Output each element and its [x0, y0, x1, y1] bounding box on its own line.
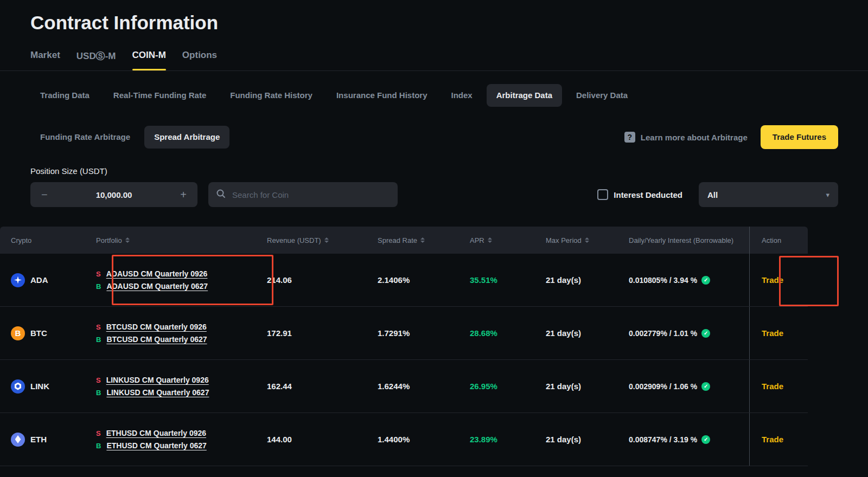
- eth-coin-icon: [11, 433, 25, 447]
- header-apr-label: APR: [470, 236, 484, 244]
- interest-value: 0.002909% / 1.06 %: [629, 382, 697, 391]
- tutorial-question-icon: ?: [624, 132, 635, 143]
- sell-badge: S: [96, 270, 101, 278]
- learn-more-label: Learn more about Arbitrage: [641, 133, 748, 142]
- check-circle-icon: ✓: [701, 276, 710, 285]
- buy-badge: B: [96, 282, 101, 291]
- subtab-trading-data[interactable]: Trading Data: [30, 84, 99, 107]
- crypto-name: LINK: [30, 382, 49, 391]
- header-revenue-label: Revenue (USDT): [267, 236, 321, 244]
- trade-futures-button[interactable]: Trade Futures: [761, 125, 838, 149]
- subtab-delivery-data[interactable]: Delivery Data: [566, 84, 637, 107]
- arbitrage-table: Crypto Portfolio Revenue (USDT) Spread R…: [0, 227, 808, 466]
- max-period-value: 21 day(s): [546, 360, 629, 412]
- tab-funding-rate-arbitrage[interactable]: Funding Rate Arbitrage: [30, 126, 140, 149]
- search-input[interactable]: [231, 190, 390, 200]
- subtab-funding-rate-history[interactable]: Funding Rate History: [220, 84, 322, 107]
- header-action: Action: [749, 227, 808, 254]
- position-size-stepper: − +: [30, 182, 197, 207]
- decrease-button[interactable]: −: [39, 189, 50, 200]
- check-circle-icon: ✓: [701, 382, 710, 391]
- learn-more-link[interactable]: ? Learn more about Arbitrage: [624, 132, 748, 143]
- max-period-value: 21 day(s): [546, 254, 629, 306]
- header-spread-rate: Spread Rate: [378, 227, 470, 254]
- table-row: LINK S LINKUSD CM Quarterly 0926 B LINKU…: [0, 360, 808, 413]
- coin-search-box: [208, 182, 398, 207]
- link-coin-icon: [11, 379, 25, 394]
- search-icon: [216, 189, 226, 201]
- increase-button[interactable]: +: [178, 189, 189, 200]
- interest-deducted-checkbox[interactable]: [597, 189, 608, 200]
- apr-value: 35.51%: [470, 254, 546, 306]
- trade-link[interactable]: Trade: [762, 435, 783, 444]
- sell-badge: S: [96, 429, 101, 437]
- filters-row: − + Interest Deducted All ▾: [0, 182, 868, 207]
- sort-icon[interactable]: [420, 237, 425, 243]
- header-apr: APR: [470, 227, 546, 254]
- position-size-label: Position Size (USDT): [0, 166, 868, 176]
- apr-value: 28.68%: [470, 307, 546, 359]
- buy-badge: B: [96, 336, 101, 344]
- contract-link[interactable]: BTCUSD CM Quarterly 0926: [106, 323, 207, 331]
- sort-icon[interactable]: [324, 237, 329, 243]
- header-interest: Daily/Yearly Interest (Borrowable): [629, 227, 749, 254]
- tab-usds-m[interactable]: USDⓈ-M: [76, 50, 116, 70]
- sell-badge: S: [96, 376, 101, 384]
- spread-rate-value: 1.4400%: [378, 413, 470, 466]
- interest-value: 0.008747% / 3.19 %: [629, 435, 697, 444]
- table-row: ADA S ADAUSD CM Quarterly 0926 B ADAUSD …: [0, 254, 808, 307]
- max-period-value: 21 day(s): [546, 307, 629, 359]
- contract-link[interactable]: ADAUSD CM Quarterly 0926: [106, 269, 208, 278]
- trade-link[interactable]: Trade: [762, 275, 783, 285]
- chevron-down-icon: ▾: [826, 191, 829, 199]
- main-tabs-bar: Market USDⓈ-M COIN-M Options: [0, 50, 868, 71]
- table-row: ETH S ETHUSD CM Quarterly 0926 B ETHUSD …: [0, 413, 808, 466]
- header-revenue: Revenue (USDT): [267, 227, 378, 254]
- contract-link[interactable]: ETHUSD CM Quarterly 0627: [106, 441, 206, 450]
- buy-badge: B: [96, 442, 101, 450]
- subtab-arbitrage-data[interactable]: Arbitrage Data: [487, 84, 562, 107]
- interest-value: 0.002779% / 1.01 %: [629, 329, 697, 338]
- table-header-row: Crypto Portfolio Revenue (USDT) Spread R…: [0, 227, 808, 254]
- tab-market[interactable]: Market: [30, 50, 60, 70]
- contract-link[interactable]: LINKUSD CM Quarterly 0926: [106, 376, 209, 384]
- table-row: B BTC S BTCUSD CM Quarterly 0926 B BTCUS…: [0, 307, 808, 360]
- subtab-insurance-fund-history[interactable]: Insurance Fund History: [327, 84, 437, 107]
- header-portfolio-label: Portfolio: [96, 236, 122, 244]
- coin-filter-dropdown[interactable]: All ▾: [699, 182, 838, 207]
- header-max-period-label: Max Period: [546, 236, 582, 244]
- spread-rate-value: 1.7291%: [378, 307, 470, 359]
- contract-link[interactable]: LINKUSD CM Quarterly 0627: [106, 388, 209, 397]
- sort-icon[interactable]: [488, 237, 492, 243]
- subtab-real-time-funding-rate[interactable]: Real-Time Funding Rate: [104, 84, 216, 107]
- check-circle-icon: ✓: [701, 329, 710, 338]
- contract-link[interactable]: ADAUSD CM Quarterly 0627: [106, 282, 208, 291]
- trade-link[interactable]: Trade: [762, 328, 783, 338]
- revenue-value: 144.00: [267, 413, 378, 466]
- contract-link[interactable]: ETHUSD CM Quarterly 0926: [106, 429, 206, 437]
- contract-link[interactable]: BTCUSD CM Quarterly 0627: [106, 335, 207, 344]
- sort-icon[interactable]: [125, 237, 130, 243]
- sort-icon[interactable]: [585, 237, 589, 243]
- interest-value: 0.010805% / 3.94 %: [629, 276, 697, 285]
- apr-value: 26.95%: [470, 360, 546, 412]
- position-size-input[interactable]: [73, 190, 155, 200]
- max-period-value: 21 day(s): [546, 413, 629, 466]
- tab-options[interactable]: Options: [182, 50, 217, 70]
- interest-deducted-group: Interest Deducted: [597, 189, 682, 200]
- tab-coin-m[interactable]: COIN-M: [132, 50, 166, 70]
- subtab-index[interactable]: Index: [441, 84, 482, 107]
- spread-rate-value: 1.6244%: [378, 360, 470, 412]
- crypto-name: ETH: [30, 435, 47, 444]
- check-circle-icon: ✓: [701, 435, 710, 444]
- revenue-value: 214.06: [267, 254, 378, 306]
- trade-link[interactable]: Trade: [762, 382, 783, 391]
- buy-badge: B: [96, 389, 101, 397]
- sub-tabs-bar: Trading Data Real-Time Funding Rate Fund…: [0, 84, 868, 107]
- coin-filter-value: All: [707, 190, 718, 199]
- apr-value: 23.89%: [470, 413, 546, 466]
- revenue-value: 172.91: [267, 307, 378, 359]
- tab-spread-arbitrage[interactable]: Spread Arbitrage: [144, 126, 229, 149]
- btc-coin-icon: B: [11, 326, 25, 340]
- interest-deducted-label: Interest Deducted: [614, 190, 682, 199]
